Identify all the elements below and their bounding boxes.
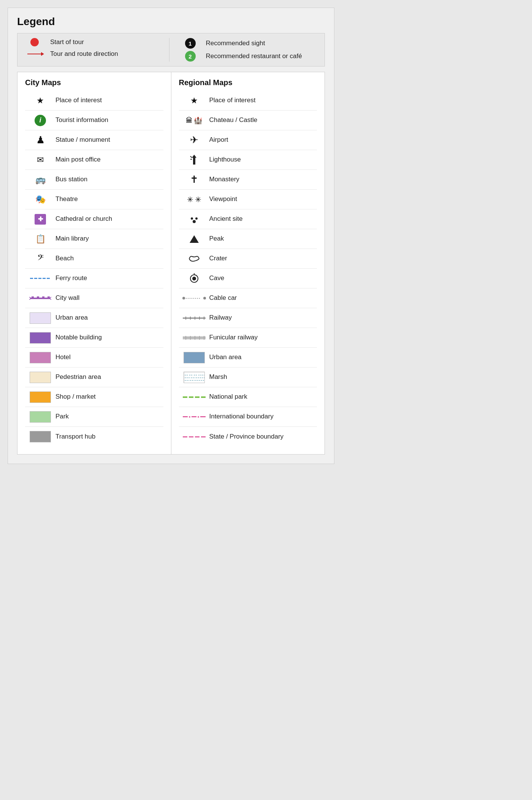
- intro-section: Start of tour Tour and route direction 1…: [17, 33, 325, 67]
- legend-row: Transport hub: [25, 427, 163, 447]
- library-icon: 📋: [25, 234, 55, 244]
- legend-row: 🚌 Bus station: [25, 170, 163, 190]
- beach-icon: 𝄢: [25, 253, 55, 265]
- cave-icon: [179, 273, 209, 284]
- main-post-office-label: Main post office: [55, 155, 163, 164]
- legend-row: i Tourist information: [25, 111, 163, 130]
- urban-area-city-icon: [25, 312, 55, 324]
- international-boundary-icon: [179, 416, 209, 418]
- svg-point-13: [195, 217, 198, 220]
- cathedral-church-label: Cathedral or church: [55, 215, 163, 223]
- tourist-information-icon: i: [25, 115, 55, 126]
- cable-car-label: Cable car: [209, 294, 317, 302]
- pedestrian-area-label: Pedestrian area: [55, 373, 163, 381]
- cable-car-icon: [179, 297, 209, 299]
- legend-row: Hotel: [25, 348, 163, 368]
- legend-row: ✉ Main post office: [25, 150, 163, 170]
- legend-title: Legend: [17, 16, 325, 28]
- num-circle-1-icon: 1: [181, 38, 200, 49]
- recommended-restaurant-row: 2 Recommended restaurant or café: [181, 51, 317, 62]
- international-boundary-label: International boundary: [209, 412, 317, 421]
- tourist-information-label: Tourist information: [55, 116, 163, 124]
- recommended-restaurant-label: Recommended restaurant or café: [206, 52, 302, 60]
- legend-row: 📋 Main library: [25, 229, 163, 249]
- city-maps-column: City Maps ★ Place of interest i Tourist …: [17, 72, 171, 454]
- legend-row: ✈ Airport: [179, 130, 317, 150]
- arrow-line-icon: [25, 54, 44, 55]
- place-of-interest-regional-label: Place of interest: [209, 96, 317, 105]
- svg-rect-3: [42, 296, 44, 299]
- place-of-interest-regional-icon: ★: [179, 96, 209, 106]
- urban-area-city-label: Urban area: [55, 314, 163, 322]
- legend-row: Crater: [179, 249, 317, 269]
- legend-row: Park: [25, 407, 163, 427]
- notable-building-icon: [25, 332, 55, 344]
- ancient-site-label: Ancient site: [209, 215, 317, 223]
- funicular-railway-icon: [179, 335, 209, 341]
- legend-row: City wall: [25, 288, 163, 308]
- svg-rect-1: [32, 296, 34, 299]
- svg-rect-2: [37, 296, 39, 299]
- bus-station-icon: 🚌: [25, 175, 55, 185]
- legend-row: Railway: [179, 308, 317, 328]
- svg-line-9: [190, 156, 192, 158]
- tour-route-row: Tour and route direction: [25, 50, 162, 58]
- park-label: Park: [55, 412, 163, 421]
- place-of-interest-city-label: Place of interest: [55, 96, 163, 105]
- viewpoint-label: Viewpoint: [209, 195, 317, 203]
- legend-row: International boundary: [179, 407, 317, 427]
- legend-container: Legend Start of tour Tour and route dire…: [8, 8, 334, 464]
- legend-row: Cave: [179, 269, 317, 288]
- start-of-tour-row: Start of tour: [25, 38, 162, 46]
- monastery-label: Monastery: [209, 175, 317, 184]
- legend-row: State / Province boundary: [179, 427, 317, 447]
- railway-label: Railway: [209, 314, 317, 322]
- airport-label: Airport: [209, 136, 317, 144]
- svg-rect-7: [193, 158, 195, 165]
- svg-point-12: [191, 217, 193, 220]
- marsh-label: Marsh: [209, 373, 317, 381]
- city-maps-heading: City Maps: [25, 78, 163, 87]
- lighthouse-label: Lighthouse: [209, 155, 317, 164]
- city-wall-label: City wall: [55, 294, 163, 302]
- theatre-label: Theatre: [55, 195, 163, 203]
- peak-icon: [179, 234, 209, 244]
- legend-row: Shop / market: [25, 387, 163, 407]
- intro-right: 1 Recommended sight 2 Recommended restau…: [169, 38, 317, 62]
- svg-point-16: [192, 277, 196, 280]
- tour-route-label: Tour and route direction: [50, 50, 118, 58]
- lighthouse-icon: [179, 154, 209, 166]
- pedestrian-area-icon: [25, 372, 55, 383]
- recommended-sight-label: Recommended sight: [206, 40, 265, 47]
- legend-row: 𝄢 Beach: [25, 249, 163, 269]
- legend-row: Funicular railway: [179, 328, 317, 348]
- hotel-icon: [25, 352, 55, 363]
- recommended-sight-row: 1 Recommended sight: [181, 38, 317, 49]
- park-icon: [25, 411, 55, 423]
- legend-row: National park: [179, 387, 317, 407]
- num-circle-2-icon: 2: [181, 51, 200, 62]
- legend-row: ✝ Monastery: [179, 170, 317, 190]
- cathedral-icon: ✚: [25, 214, 55, 225]
- legend-row: Urban area: [25, 308, 163, 328]
- legend-row: Pedestrian area: [25, 368, 163, 387]
- beach-label: Beach: [55, 254, 163, 263]
- svg-point-6: [50, 297, 51, 299]
- ancient-site-icon: [179, 214, 209, 225]
- crater-icon: [179, 254, 209, 263]
- viewpoint-icon: ✳✳: [179, 195, 209, 204]
- transport-hub-label: Transport hub: [55, 432, 163, 441]
- legend-row: ★ Place of interest: [25, 91, 163, 111]
- shop-market-label: Shop / market: [55, 393, 163, 401]
- post-office-icon: ✉: [25, 155, 55, 165]
- funicular-railway-label: Funicular railway: [209, 333, 317, 342]
- railway-icon: [179, 315, 209, 321]
- ferry-route-icon: [25, 278, 55, 279]
- chateau-castle-label: Chateau / Castle: [209, 116, 317, 124]
- bus-station-label: Bus station: [55, 175, 163, 184]
- city-wall-icon: [25, 296, 55, 301]
- shop-market-icon: [25, 391, 55, 403]
- legend-row: Ferry route: [25, 269, 163, 288]
- legend-row: ★ Place of interest: [179, 91, 317, 111]
- intro-left: Start of tour Tour and route direction: [25, 38, 169, 62]
